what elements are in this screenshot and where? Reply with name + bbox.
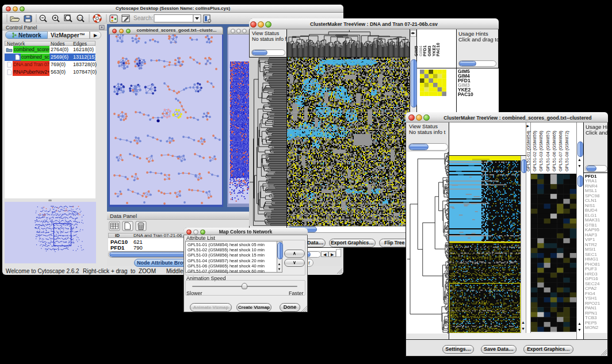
svg-text:1:1: 1:1: [78, 17, 82, 20]
svg-text:Search:: Search:: [133, 15, 153, 21]
